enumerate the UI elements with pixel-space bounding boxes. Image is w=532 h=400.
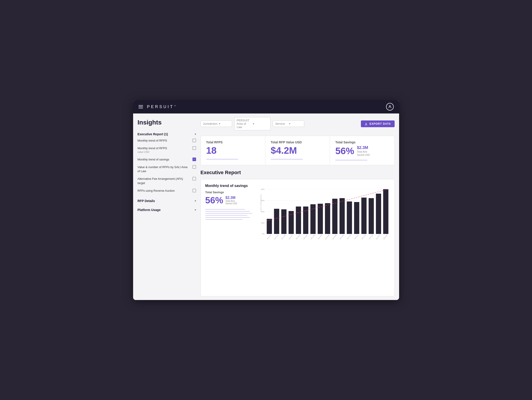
svg-text:2022 AUG: 2022 AUG: [361, 234, 366, 240]
hamburger-menu[interactable]: [139, 105, 143, 108]
checkbox-value-rfps-sali[interactable]: [192, 165, 196, 169]
savings-label: Total Savings: [205, 191, 255, 194]
svg-text:COST AVOIDANCE: COST AVOIDANCE: [260, 194, 262, 212]
filter-bar: Jurisdiction ▾ PERSUIT Area of Law ▾ Ser…: [201, 117, 395, 132]
chevron-down-icon: ▾: [195, 199, 196, 202]
service-filter[interactable]: Service ▾: [273, 120, 304, 127]
kpi-divider: [335, 160, 367, 160]
export-button[interactable]: EXPORT DATA: [361, 120, 394, 127]
kpi-total-rfps: Total RFPS 18: [201, 136, 265, 165]
main-content: Insights Executive Report (1) ▾ Monthly …: [133, 113, 399, 300]
chart-title: Monthly trend of savings: [205, 184, 255, 188]
savings-pct: 56%: [205, 195, 223, 205]
kpi-sub-info: $2.3M Total AmtSaved USD: [357, 145, 370, 157]
savings-row: 56% $2.3M Total AmtSaved USD: [205, 195, 255, 205]
sidebar-item: Monthly trend of RFPSvalue USD: [138, 144, 196, 156]
user-account-icon[interactable]: [386, 103, 394, 111]
kpi-value: $4.2M: [271, 145, 324, 156]
svg-text:2022 JUL: 2022 JUL: [354, 234, 359, 239]
svg-text:2022 SEP: 2022 SEP: [368, 234, 373, 240]
svg-text:2022 FEB: 2022 FEB: [317, 234, 322, 240]
kpi-value-row: 56% $2.3M Total AmtSaved USD: [335, 145, 389, 157]
checkbox-monthly-rfps[interactable]: [192, 139, 196, 142]
area-of-law-filter[interactable]: PERSUIT Area of Law ▾: [234, 117, 271, 130]
checkbox-reverse-auction[interactable]: [192, 189, 196, 192]
svg-rect-16: [281, 209, 286, 234]
app-shell: PERSUIT™ Insights Executive Report (1) ▾: [133, 100, 399, 300]
svg-rect-36: [354, 202, 359, 234]
savings-desc: Total AmtSaved USD: [226, 200, 237, 205]
svg-text:0%: 0%: [262, 233, 264, 235]
sidebar-item-label: Value & number of RFPs by SALI Area of L…: [138, 165, 191, 173]
svg-text:2021 AUG: 2021 AUG: [274, 234, 279, 240]
chevron-down-icon: ▾: [195, 133, 196, 136]
kpi-amount: $2.3M: [357, 145, 370, 150]
kpi-label: Total RFPS: [206, 140, 260, 144]
chart-card: Monthly trend of savings Total Savings 5…: [201, 179, 395, 296]
sidebar-item-label: Alternative Fee Arrangement (AFA) target: [138, 177, 191, 185]
sidebar-section-rfp-details: RFP Details ▾: [138, 198, 196, 204]
svg-text:2022 JAN: 2022 JAN: [310, 234, 315, 240]
kpi-total-savings: Total Savings 56% $2.3M Total AmtSaved U…: [330, 136, 394, 165]
svg-rect-24: [310, 204, 316, 234]
jurisdiction-filter[interactable]: Jurisdiction ▾: [201, 120, 232, 127]
svg-text:2022 MAR: 2022 MAR: [325, 234, 330, 240]
kpi-value: 18: [206, 145, 260, 156]
kpi-total-rfp-value: Total RFP Value USD $4.2M: [265, 136, 330, 165]
chevron-down-icon: ▾: [253, 122, 268, 125]
bar-chart-area: 80% 60% 40% 20% 0% COST AVOIDANCE: [259, 184, 390, 292]
svg-text:20%: 20%: [261, 222, 264, 224]
sidebar: Insights Executive Report (1) ▾ Monthly …: [133, 113, 201, 300]
svg-text:80%: 80%: [261, 188, 264, 190]
svg-text:2022 JUN: 2022 JUN: [347, 234, 351, 240]
kpi-desc: Total AmtSaved USD: [357, 150, 370, 157]
svg-text:2021 NOV: 2021 NOV: [295, 234, 300, 240]
kpi-label: Total Savings: [335, 140, 389, 144]
chart-line: [205, 213, 252, 214]
kpi-label: Total RFP Value USD: [271, 140, 324, 144]
svg-rect-30: [332, 199, 337, 234]
chevron-down-icon: ▾: [219, 122, 230, 125]
checkbox-afa[interactable]: [192, 177, 196, 181]
checkbox-monthly-rfps-usd[interactable]: [192, 146, 196, 150]
checkbox-monthly-savings[interactable]: [192, 157, 196, 161]
page-title: Insights: [138, 119, 196, 126]
svg-text:2022 MAY: 2022 MAY: [339, 234, 344, 240]
svg-rect-38: [361, 198, 367, 234]
sidebar-item-label: Monthly trend of RFPS: [138, 139, 191, 143]
svg-rect-34: [347, 201, 352, 234]
sidebar-item-label: Monthly trend of savings: [138, 157, 191, 162]
svg-text:2022 OCT: 2022 OCT: [375, 234, 380, 240]
kpi-row: Total RFPS 18 Total RFP Value USD $4.2M …: [201, 136, 395, 165]
kpi-divider: [206, 159, 238, 160]
rfp-details-header[interactable]: RFP Details ▾: [138, 198, 196, 204]
svg-text:2021 DEC: 2021 DEC: [303, 234, 308, 240]
executive-report-title: Executive Report (1): [138, 132, 168, 136]
chart-line: [205, 215, 247, 216]
svg-text:2022 NOV: 2022 NOV: [383, 234, 388, 240]
svg-rect-22: [303, 206, 308, 234]
bar-chart-svg: 80% 60% 40% 20% 0% COST AVOIDANCE: [259, 184, 390, 247]
sidebar-item: Value & number of RFPs by SALI Area of L…: [138, 163, 196, 175]
chevron-down-icon: ▾: [289, 122, 302, 125]
svg-text:2021 JUL: 2021 JUL: [267, 234, 271, 239]
top-nav: PERSUIT™: [133, 100, 399, 113]
executive-report-header[interactable]: Executive Report (1) ▾: [138, 131, 196, 137]
platform-usage-header[interactable]: Platform Usage ▾: [138, 207, 196, 212]
exec-report-title: Executive Report: [201, 170, 395, 175]
app-logo: PERSUIT™: [147, 105, 176, 109]
exec-report-section: Executive Report: [201, 169, 395, 175]
svg-rect-12: [267, 219, 272, 234]
kpi-pct-value: 56%: [335, 146, 354, 156]
chart-line: [205, 219, 242, 220]
savings-amount: $2.3M: [226, 196, 237, 200]
svg-rect-20: [296, 206, 301, 234]
svg-rect-28: [325, 203, 330, 234]
download-icon: [364, 122, 368, 125]
right-panel: Jurisdiction ▾ PERSUIT Area of Law ▾ Ser…: [201, 113, 399, 300]
sidebar-item-label: RFPs using Reverse Auction: [138, 189, 191, 193]
svg-rect-40: [368, 198, 374, 234]
kpi-divider: [271, 159, 303, 160]
chart-line: [205, 217, 250, 218]
chart-line: [205, 211, 250, 212]
